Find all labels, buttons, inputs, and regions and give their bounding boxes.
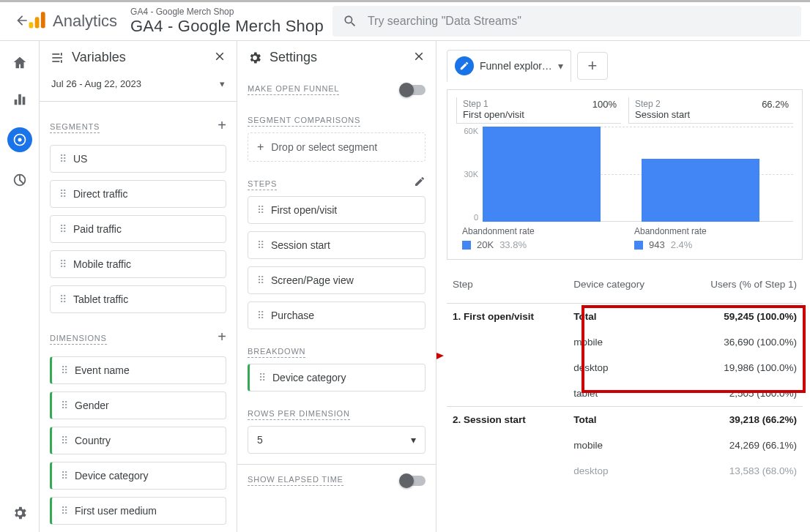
step-chip[interactable]: ⠿Purchase (248, 301, 426, 329)
nav-home-icon[interactable] (11, 54, 29, 72)
step-label: Purchase (271, 310, 314, 321)
drop-segment-label: Drop or select segment (271, 141, 377, 153)
table-row: tablet2,505 (100.0%) (447, 381, 803, 407)
elapsed-time-label: SHOW ELAPSED TIME (248, 475, 343, 486)
dimension-chip[interactable]: ⠿Country (50, 427, 226, 454)
funnel-data-table: Step Device category Users (% of Step 1)… (447, 271, 803, 484)
drop-segment-zone[interactable]: + Drop or select segment (248, 132, 426, 162)
date-range-label: Jul 26 - Aug 22, 2023 (51, 78, 141, 89)
dropdown-icon: ▾ (220, 78, 225, 89)
drag-handle-icon: ⠿ (257, 239, 264, 251)
drag-handle-icon: ⠿ (257, 274, 264, 286)
drag-handle-icon: ⠿ (61, 470, 67, 482)
tab-menu-icon[interactable]: ▾ (558, 60, 563, 72)
table-row: desktop13,583 (68.0%) (447, 458, 803, 484)
nav-explore-icon[interactable] (7, 127, 32, 152)
step-chip[interactable]: ⠿Session start (248, 231, 426, 259)
add-dimension-button[interactable]: + (218, 329, 226, 345)
drag-handle-icon: ⠿ (257, 204, 264, 216)
drag-handle-icon: ⠿ (61, 435, 67, 446)
close-variables-button[interactable] (213, 50, 226, 65)
step-label: Screen/Page view (271, 274, 354, 286)
dimension-label: Device category (75, 470, 148, 482)
search-placeholder: Try searching "Data Streams" (368, 15, 521, 28)
elapsed-time-toggle[interactable] (401, 476, 426, 486)
step-label: First open/visit (271, 204, 337, 216)
property-selector[interactable]: GA4 - Google Merch Shop GA4 - Google Mer… (130, 7, 324, 36)
date-range-selector[interactable]: Jul 26 - Aug 22, 2023 ▾ (50, 74, 226, 91)
segment-chip[interactable]: ⠿Mobile traffic (50, 250, 226, 278)
search-input[interactable]: Try searching "Data Streams" (332, 6, 801, 37)
svg-marker-6 (436, 348, 444, 363)
dimension-label: Event name (75, 364, 130, 376)
back-icon[interactable] (9, 7, 23, 36)
rows-per-dim-value: 5 (257, 434, 263, 446)
funnel-bar (642, 159, 759, 222)
breakdown-heading: BREAKDOWN (248, 347, 305, 358)
open-funnel-toggle[interactable] (401, 85, 426, 95)
dimension-label: Gender (75, 400, 109, 411)
property-small-label: GA4 - Google Merch Shop (130, 7, 324, 17)
step-chip[interactable]: ⠿First open/visit (248, 196, 426, 224)
drag-handle-icon: ⠿ (61, 400, 67, 411)
segments-heading: SEGMENTS (50, 122, 100, 133)
dropdown-icon: ▾ (411, 434, 416, 446)
drag-handle-icon: ⠿ (259, 372, 265, 383)
segment-chip[interactable]: ⠿US (50, 145, 226, 173)
table-group-row: 2. Session startTotal39,218 (66.2%) (447, 407, 803, 433)
drag-handle-icon: ⠿ (59, 188, 66, 200)
dimension-label: Country (75, 435, 111, 446)
segment-chip[interactable]: ⠿Paid traffic (50, 215, 226, 243)
svg-rect-0 (29, 22, 34, 28)
funnel-chart: Step 1First open/visit100%Step 2Session … (447, 89, 803, 260)
segment-label: US (73, 153, 87, 165)
svg-point-4 (18, 138, 21, 142)
segment-comparisons-label: SEGMENT COMPARISONS (248, 116, 360, 127)
table-row: desktop19,986 (100.0%) (447, 355, 803, 381)
rows-per-dim-label: ROWS PER DIMENSION (248, 409, 350, 420)
property-big-label: GA4 - Google Merch Shop (130, 17, 324, 36)
steps-heading: STEPS (248, 179, 277, 190)
breakdown-chip-label: Device category (272, 372, 346, 383)
add-segment-button[interactable]: + (218, 117, 226, 134)
step-chip[interactable]: ⠿Screen/Page view (248, 266, 426, 294)
edit-tab-icon (455, 56, 474, 75)
variables-title: Variables (72, 50, 206, 65)
segment-label: Direct traffic (73, 188, 127, 200)
variables-icon (50, 50, 64, 65)
settings-icon (248, 50, 262, 65)
breakdown-chip[interactable]: ⠿ Device category (248, 364, 426, 391)
nav-admin-icon[interactable] (11, 504, 29, 522)
dimension-chip[interactable]: ⠿Gender (50, 391, 226, 419)
exploration-tab[interactable]: Funnel explor… ▾ (447, 50, 571, 82)
col-category: Device category (568, 271, 675, 304)
segment-chip[interactable]: ⠿Tablet traffic (50, 285, 226, 313)
dimension-chip[interactable]: ⠿Event name (50, 356, 226, 384)
svg-rect-1 (35, 17, 40, 28)
drag-handle-icon: ⠿ (59, 223, 66, 235)
segment-label: Paid traffic (73, 223, 122, 235)
table-row: mobile36,690 (100.0%) (447, 329, 803, 355)
dimension-chip[interactable]: ⠿First user medium (50, 497, 226, 525)
close-settings-button[interactable] (412, 50, 426, 65)
funnel-bar (483, 127, 601, 222)
nav-reports-icon[interactable] (11, 91, 29, 108)
dimensions-heading: DIMENSIONS (50, 334, 107, 345)
abandonment-meta: Abandonment rate9432.4% (628, 226, 793, 250)
dimension-label: First user medium (75, 505, 157, 517)
rows-per-dim-select[interactable]: 5 ▾ (248, 426, 426, 454)
segment-chip[interactable]: ⠿Direct traffic (50, 180, 226, 208)
table-group-row: 1. First open/visitTotal59,245 (100.0%) (447, 304, 803, 330)
dimension-chip[interactable]: ⠿Device category (50, 462, 226, 490)
funnel-step-header: Step 2Session start66.2% (628, 97, 793, 124)
edit-steps-button[interactable] (414, 176, 426, 190)
segment-label: Mobile traffic (73, 258, 131, 270)
drag-handle-icon: ⠿ (59, 258, 66, 270)
drag-handle-icon: ⠿ (257, 310, 264, 321)
funnel-step-header: Step 1First open/visit100% (456, 97, 621, 124)
add-tab-button[interactable]: + (577, 52, 608, 80)
nav-advertising-icon[interactable] (11, 171, 29, 189)
drag-handle-icon: ⠿ (59, 293, 66, 305)
col-step: Step (447, 271, 568, 304)
step-label: Session start (271, 239, 330, 251)
